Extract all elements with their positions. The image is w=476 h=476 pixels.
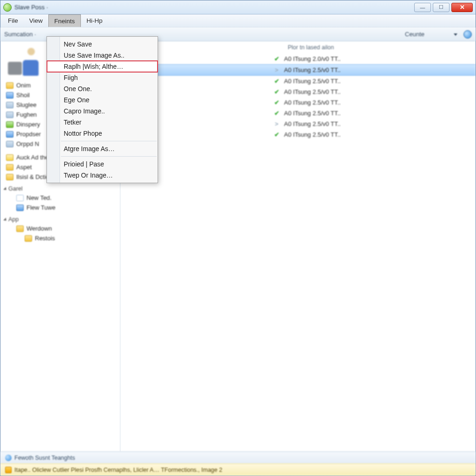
close-button[interactable]: ✕ [451, 3, 473, 12]
menu-file[interactable]: File [2, 14, 24, 27]
menu-item[interactable]: Atgre Image As… [47, 143, 158, 154]
menu-item[interactable]: Capro Image.. [47, 106, 158, 117]
menu-item[interactable]: Tetker [47, 117, 158, 128]
row-path: A0 ITsung 2.5/v0 TT.. [284, 131, 466, 138]
folder-icon [25, 235, 32, 242]
list-row[interactable]: e✔A0 ITsung 2.5/v0 TT.. [120, 86, 476, 97]
statusbar: Fewoth Susnt Teanghts [0, 451, 476, 463]
yellowpg-icon [6, 154, 13, 161]
breadcrumb[interactable]: Sumcation · [4, 31, 36, 38]
infobar-text: Itape.. Oliclew Cutlier Plesi Prosfh Cer… [14, 467, 222, 473]
list-row[interactable]: mt>A0 ITsung 2.5/v0 TT.. [120, 119, 476, 129]
list-row[interactable]: orn_Naite✔A0 ITsung 2.5/v0 TT.. [120, 129, 476, 140]
menu-fneints[interactable]: Fneints [48, 14, 81, 27]
status-icon [5, 455, 12, 461]
sidebar-item[interactable]: New Ted. [13, 193, 118, 203]
list-row[interactable]: r✔A0 ITsung 2.5/v0 TT.. [120, 97, 476, 108]
menu-view[interactable]: View [24, 14, 48, 27]
sidebar-item-label: Flew Tuwe [26, 204, 55, 211]
tool-icon [6, 102, 13, 108]
menu-separator [61, 156, 157, 157]
check-icon: ✔ [273, 78, 280, 85]
row-path: A0 ITsung 2.5/v0 TT.. [284, 120, 466, 127]
sidebar-group-garel[interactable]: Garel [2, 182, 118, 193]
maximize-button[interactable]: ☐ [433, 3, 450, 12]
infobar: Itape.. Oliclew Cutlier Plesi Prosfh Cer… [0, 463, 476, 476]
sidebar-item-label: Onim [16, 82, 31, 89]
menu-item[interactable]: Ege One [47, 94, 158, 106]
menu-item[interactable]: Use Save Image As.. [47, 50, 158, 61]
check-icon: ✔ [273, 110, 280, 117]
menu-item[interactable]: Nev Save [47, 39, 158, 50]
sidebar-item-label: Werdown [26, 225, 52, 232]
list-row[interactable]: >A0 ITsung 2.5/v0 TT.. [120, 64, 476, 76]
main-panel: Plor tn lased ailon orrkipe✔A0 ITsung 2.… [120, 41, 476, 451]
folder-open-icon [6, 164, 13, 171]
check-icon: ✔ [273, 99, 280, 106]
menu-item[interactable]: Twep Or Inage… [47, 170, 158, 181]
row-path: A0 ITsung 2.5/v0 TT.. [284, 66, 466, 73]
page-icon [16, 195, 24, 201]
tool-icon [6, 112, 13, 118]
sidebar-item-label: Dinspery [16, 121, 40, 128]
sidebar-item-label: Sluglee [16, 101, 36, 108]
arrow-icon: > [273, 120, 280, 127]
list-row[interactable]: orrkipe✔A0 ITsung 2.0/v0 TT.. [120, 53, 476, 64]
row-path: A0 ITsung 2.5/v0 TT.. [284, 78, 466, 85]
menu-item[interactable]: Raplh |Wish; Althe… [47, 61, 158, 72]
menu-item[interactable]: One One. [47, 83, 158, 94]
sidebar-item-label: Aspet [16, 164, 32, 171]
window-controls: — ☐ ✕ [414, 3, 473, 12]
sidebar-item-label: Orppd N [16, 140, 39, 147]
menu-item[interactable]: Nottor Phope [47, 128, 158, 139]
sidebar-item-label: Fughen [16, 111, 37, 118]
row-path: A0 ITsung 2.5/v0 TT.. [284, 99, 466, 106]
column-header-right[interactable]: Ceunte [405, 31, 424, 38]
menu-item[interactable]: Prioied | Pase [47, 159, 158, 170]
sidebar-item[interactable]: Werdown [13, 224, 118, 233]
category-illustration [7, 47, 40, 76]
blue-icon [6, 92, 13, 99]
row-path: A0 ITsung 2.0/v0 TT.. [284, 55, 466, 62]
green-icon [6, 121, 13, 128]
dropdown-menu: Nev SaveUse Save Image As..Raplh |Wish; … [46, 36, 158, 183]
arrow-icon: > [273, 66, 280, 73]
status-text: Fewoth Susnt Teanghts [14, 455, 75, 461]
titlebar: Slave Poss · — ☐ ✕ [0, 0, 476, 14]
list-row[interactable]: mm_Mate✔A0 ITsung 2.5/v0 TT.. [120, 108, 476, 119]
sidebar-item-label: Propdser [16, 131, 41, 138]
folder-icon [16, 225, 24, 232]
help-icon[interactable] [463, 30, 472, 39]
menu-separator [61, 141, 157, 141]
sidebar-item-label: New Ted. [26, 194, 52, 201]
row-path: A0 ITsung 2.5/v0 TT.. [284, 110, 466, 117]
check-icon: ✔ [273, 55, 280, 62]
sidebar-group-app[interactable]: App [2, 212, 118, 224]
menu-item[interactable]: Fiigh [47, 72, 158, 83]
list-row[interactable]: t✔A0 ITsung 2.5/v0 TT.. [120, 76, 476, 86]
minimize-button[interactable]: — [414, 3, 431, 12]
blue-icon [16, 205, 24, 211]
menu-hihp[interactable]: Hi-Hp [81, 14, 108, 27]
check-icon: ✔ [273, 88, 280, 95]
menubar: File View Fneints Hi-Hp [0, 14, 476, 27]
check-icon: ✔ [273, 131, 280, 138]
chevron-down-icon[interactable] [452, 31, 459, 38]
sidebar-item[interactable]: Restois [13, 233, 118, 243]
sidebar-item[interactable]: Flew Tuwe [13, 203, 118, 212]
row-path: A0 ITsung 2.5/v0 TT.. [284, 88, 466, 95]
folder-icon [6, 82, 13, 89]
warning-icon [5, 467, 12, 473]
tool-icon [6, 141, 13, 147]
folder-open-icon [6, 174, 13, 180]
list-header: Plor tn lased ailon [120, 43, 476, 53]
window-title: Slave Poss · [14, 4, 48, 11]
sidebar-item-label: Restois [35, 235, 55, 242]
app-icon [3, 3, 12, 12]
blue-icon [6, 131, 13, 138]
sidebar-item-label: Shoil [16, 92, 30, 99]
list-header-right: Plor tn lased ailon [288, 44, 466, 51]
